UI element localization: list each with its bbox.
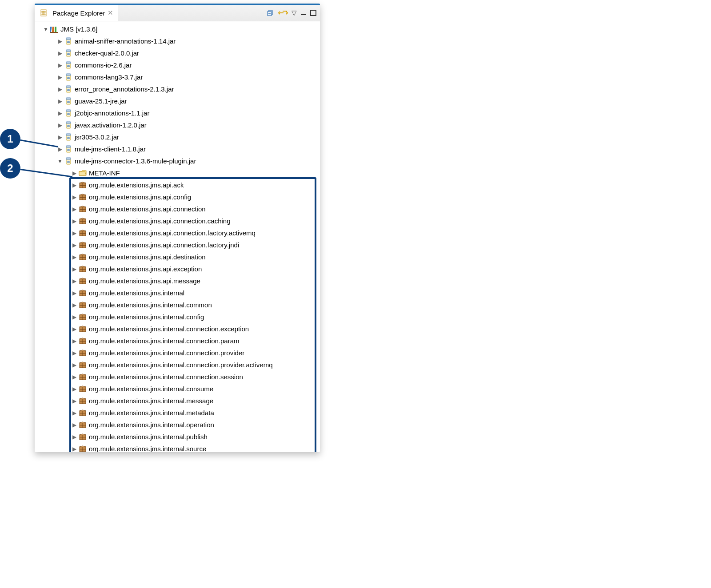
tree-package-label: org.mule.extensions.jms.internal.message xyxy=(89,397,213,405)
expand-icon[interactable]: ▶ xyxy=(71,326,77,332)
expand-icon[interactable]: ▶ xyxy=(71,410,77,416)
view-tab-package-explorer[interactable]: Package Explorer ✕ xyxy=(35,5,118,21)
tree-jar[interactable]: ▶ 010 jsr305-3.0.2.jar xyxy=(35,131,320,143)
expand-icon[interactable]: ▶ xyxy=(57,50,63,56)
tree-package[interactable]: ▶ org.mule.extensions.jms.internal.conne… xyxy=(35,371,320,383)
svg-rect-15 xyxy=(50,32,58,33)
svg-rect-53 xyxy=(66,146,71,147)
tree-package[interactable]: ▶ org.mule.extensions.jms.internal.opera… xyxy=(35,419,320,431)
tree-jar[interactable]: ▶ 010 animal-sniffer-annotations-1.14.ja… xyxy=(35,35,320,47)
expand-icon[interactable]: ▶ xyxy=(71,398,77,404)
tree-package[interactable]: ▶ org.mule.extensions.jms.internal.conne… xyxy=(35,359,320,371)
tree-package[interactable]: ▶ org.mule.extensions.jms.api.ack xyxy=(35,179,320,191)
tree-jar[interactable]: ▶ 010 guava-25.1-jre.jar xyxy=(35,95,320,107)
view-menu-icon[interactable]: ▽ xyxy=(292,9,297,17)
expand-icon[interactable]: ▶ xyxy=(57,74,63,80)
expand-icon[interactable]: ▶ xyxy=(71,314,77,320)
tree-package-label: org.mule.extensions.jms.internal.consume xyxy=(89,385,213,393)
tree-package-label: org.mule.extensions.jms.api.exception xyxy=(89,265,202,273)
tree-package[interactable]: ▶ org.mule.extensions.jms.internal xyxy=(35,287,320,299)
svg-rect-29 xyxy=(66,74,71,75)
tree-jar-label: javax.activation-1.2.0.jar xyxy=(75,121,147,129)
library-icon xyxy=(50,25,59,34)
expand-icon[interactable]: ▼ xyxy=(57,158,63,164)
tree-jar[interactable]: ▶ 010 commons-lang3-3.7.jar xyxy=(35,71,320,83)
expand-icon[interactable]: ▶ xyxy=(71,290,77,296)
expand-icon[interactable]: ▼ xyxy=(43,26,49,32)
expand-icon[interactable]: ▶ xyxy=(71,350,77,356)
tree-package-label: org.mule.extensions.jms.api.config xyxy=(89,193,191,201)
expand-icon[interactable]: ▶ xyxy=(71,194,77,200)
tree-package[interactable]: ▶ org.mule.extensions.jms.internal.confi… xyxy=(35,311,320,323)
expand-icon[interactable]: ▶ xyxy=(71,374,77,380)
tree-package[interactable]: ▶ org.mule.extensions.jms.internal.conne… xyxy=(35,323,320,335)
tree-folder-meta-inf[interactable]: ▶ META-INF xyxy=(35,167,320,179)
tree-package[interactable]: ▶ org.mule.extensions.jms.api.exception xyxy=(35,263,320,275)
tree-jar-open[interactable]: ▼ 010 mule-jms-connector-1.3.6-mule-plug… xyxy=(35,155,320,167)
tree-root[interactable]: ▼ JMS [v1.3.6] xyxy=(35,23,320,35)
tree-package[interactable]: ▶ org.mule.extensions.jms.api.connection xyxy=(35,203,320,215)
tree-package[interactable]: ▶ org.mule.extensions.jms.api.destinatio… xyxy=(35,251,320,263)
expand-icon[interactable]: ▶ xyxy=(57,122,63,128)
tree-package[interactable]: ▶ org.mule.extensions.jms.internal.publi… xyxy=(35,431,320,443)
expand-icon[interactable]: ▶ xyxy=(71,266,77,272)
expand-icon[interactable]: ▶ xyxy=(57,134,63,140)
tree-jar-label: commons-io-2.6.jar xyxy=(75,61,132,69)
tree-jar[interactable]: ▶ 010 commons-io-2.6.jar xyxy=(35,59,320,71)
tree-package[interactable]: ▶ org.mule.extensions.jms.internal.consu… xyxy=(35,383,320,395)
tree-jar[interactable]: ▶ 010 mule-jms-client-1.1.8.jar xyxy=(35,143,320,155)
collapse-all-icon[interactable] xyxy=(267,9,275,17)
tree-package-label: org.mule.extensions.jms.internal.operati… xyxy=(89,421,214,429)
expand-icon[interactable]: ▶ xyxy=(57,110,63,116)
tree-package[interactable]: ▶ org.mule.extensions.jms.api.connection… xyxy=(35,239,320,251)
tree-jar[interactable]: ▶ 010 error_prone_annotations-2.1.3.jar xyxy=(35,83,320,95)
expand-icon[interactable]: ▶ xyxy=(57,98,63,104)
expand-icon[interactable]: ▶ xyxy=(71,302,77,308)
tree-package[interactable]: ▶ org.mule.extensions.jms.api.config xyxy=(35,191,320,203)
expand-icon[interactable]: ▶ xyxy=(71,206,77,212)
svg-rect-49 xyxy=(66,134,71,135)
expand-icon[interactable]: ▶ xyxy=(71,386,77,392)
expand-icon[interactable]: ▶ xyxy=(71,170,77,176)
expand-icon[interactable]: ▶ xyxy=(57,38,63,44)
tree-package-label: org.mule.extensions.jms.api.connection.c… xyxy=(89,217,231,225)
expand-icon[interactable]: ▶ xyxy=(71,446,77,452)
tree-package[interactable]: ▶ org.mule.extensions.jms.internal.commo… xyxy=(35,299,320,311)
tree-jar[interactable]: ▶ 010 j2objc-annotations-1.1.jar xyxy=(35,107,320,119)
expand-icon[interactable]: ▶ xyxy=(71,362,77,368)
tree-package[interactable]: ▶ org.mule.extensions.jms.api.connection… xyxy=(35,215,320,227)
tree-package-label: org.mule.extensions.jms.internal.connect… xyxy=(89,337,240,345)
jar-icon: 010 xyxy=(64,49,73,58)
expand-icon[interactable]: ▶ xyxy=(71,278,77,284)
svg-rect-33 xyxy=(66,86,71,87)
expand-icon[interactable]: ▶ xyxy=(71,218,77,224)
tree-jar[interactable]: ▶ 010 checker-qual-2.0.0.jar xyxy=(35,47,320,59)
tree-jar[interactable]: ▶ 010 javax.activation-1.2.0.jar xyxy=(35,119,320,131)
tree-package[interactable]: ▶ org.mule.extensions.jms.internal.sourc… xyxy=(35,443,320,452)
link-with-editor-icon[interactable] xyxy=(278,9,288,17)
tree-package[interactable]: ▶ org.mule.extensions.jms.api.message xyxy=(35,275,320,287)
expand-icon[interactable]: ▶ xyxy=(71,434,77,440)
maximize-icon[interactable] xyxy=(310,10,316,16)
expand-icon[interactable]: ▶ xyxy=(71,254,77,260)
tree-package[interactable]: ▶ org.mule.extensions.jms.internal.conne… xyxy=(35,335,320,347)
close-icon[interactable]: ✕ xyxy=(108,9,113,17)
tree-package[interactable]: ▶ org.mule.extensions.jms.internal.conne… xyxy=(35,347,320,359)
svg-text:010: 010 xyxy=(67,149,70,151)
package-icon xyxy=(78,445,87,453)
expand-icon[interactable]: ▶ xyxy=(71,230,77,236)
expand-icon[interactable]: ▶ xyxy=(71,242,77,248)
tree-package[interactable]: ▶ org.mule.extensions.jms.internal.messa… xyxy=(35,395,320,407)
package-icon xyxy=(78,409,87,417)
tree-package-label: org.mule.extensions.jms.internal.connect… xyxy=(89,373,243,381)
expand-icon[interactable]: ▶ xyxy=(71,422,77,428)
expand-icon[interactable]: ▶ xyxy=(71,338,77,344)
jar-icon: 010 xyxy=(64,85,73,94)
expand-icon[interactable]: ▶ xyxy=(71,182,77,188)
tree-package[interactable]: ▶ org.mule.extensions.jms.internal.metad… xyxy=(35,407,320,419)
tree-package[interactable]: ▶ org.mule.extensions.jms.api.connection… xyxy=(35,227,320,239)
minimize-icon[interactable] xyxy=(300,10,307,16)
expand-icon[interactable]: ▶ xyxy=(57,62,63,68)
svg-rect-13 xyxy=(52,27,54,32)
expand-icon[interactable]: ▶ xyxy=(57,86,63,92)
